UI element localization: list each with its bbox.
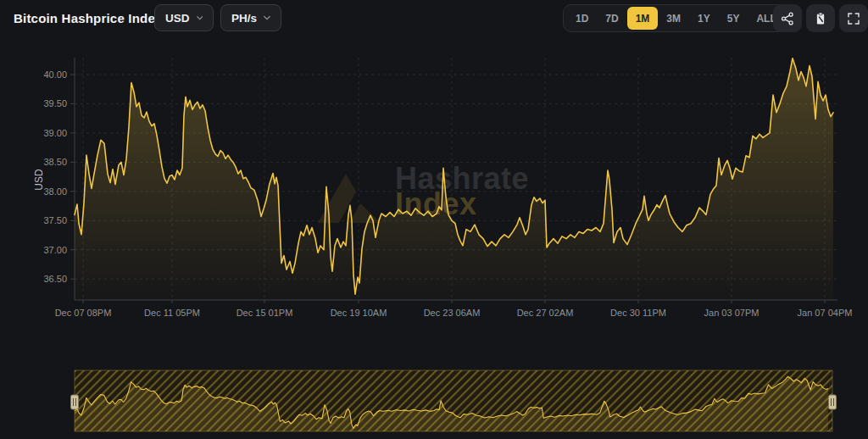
- navigator-handle-right[interactable]: [829, 395, 837, 409]
- x-tick-label: Dec 30 11PM: [610, 308, 666, 318]
- range-navigator[interactable]: [71, 370, 837, 431]
- x-tick-label: Dec 15 01PM: [236, 308, 293, 318]
- x-tick-label: Dec 11 05PM: [144, 308, 200, 318]
- y-tick-label: 38.00: [43, 186, 67, 197]
- y-tick-label: 37.50: [43, 215, 67, 225]
- price-area-fill: [75, 58, 833, 300]
- navigator-handle-left[interactable]: [71, 395, 79, 409]
- y-tick-label: 39.00: [43, 128, 67, 138]
- y-tick-label: 38.50: [43, 157, 67, 167]
- x-tick-label: Dec 27 02AM: [517, 308, 574, 318]
- y-tick-label: 40.00: [43, 69, 67, 80]
- hashprice-index-widget: Bitcoin Hashprice Index USD PH/s 1D7D1M3…: [0, 0, 868, 439]
- y-tick-label: 37.00: [43, 245, 67, 255]
- y-tick-label: 36.50: [43, 274, 67, 284]
- x-tick-label: Dec 23 06AM: [424, 308, 481, 318]
- price-chart[interactable]: 40.0039.5039.0038.5038.0037.5037.0036.50…: [43, 58, 852, 318]
- y-tick-label: 39.50: [43, 98, 67, 108]
- x-tick-label: Jan 03 07PM: [704, 308, 760, 318]
- x-tick-label: Dec 07 08PM: [55, 308, 112, 318]
- x-tick-label: Dec 19 10AM: [331, 308, 387, 318]
- x-tick-label: Jan 07 04PM: [798, 308, 853, 318]
